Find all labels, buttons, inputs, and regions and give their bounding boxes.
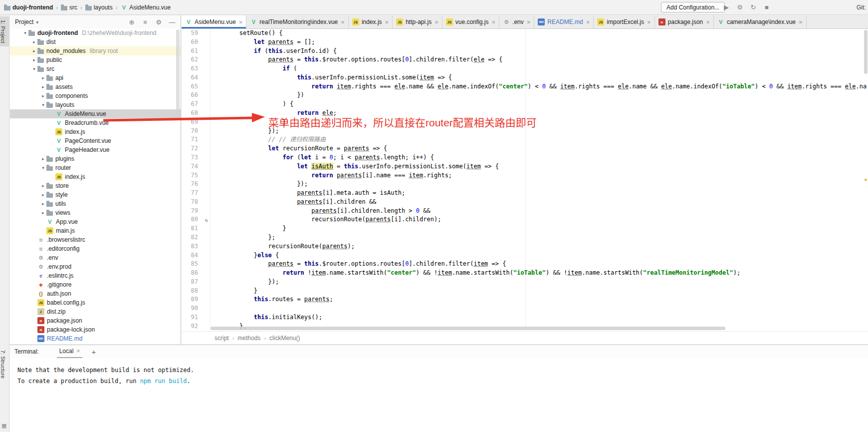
close-icon[interactable]: × xyxy=(491,18,495,26)
chevron-down-icon[interactable]: ▾ xyxy=(31,66,37,71)
refresh-icon[interactable]: ↻ xyxy=(749,3,758,11)
gutter-line-number[interactable]: 85 xyxy=(182,260,211,269)
chevron-right-icon[interactable]: ▸ xyxy=(40,93,46,98)
tree-item-app.vue[interactable]: VApp.vue xyxy=(10,217,181,226)
gutter-line-number[interactable]: 80↻ xyxy=(182,215,211,224)
tab-importexcel.js[interactable]: JSimportExcel.js× xyxy=(594,15,654,28)
gear-icon[interactable]: ⚙ xyxy=(154,18,163,26)
scrollbar-thumb[interactable] xyxy=(864,30,868,74)
tree-item-plugins[interactable]: ▸plugins xyxy=(10,154,181,163)
gutter-line-number[interactable]: 59 xyxy=(182,29,211,38)
add-configuration-button[interactable]: Add Configuration... xyxy=(661,2,725,12)
title-breadcrumb-item-src[interactable]: src xyxy=(61,4,77,11)
gutter-line-number[interactable]: 65 xyxy=(182,82,211,91)
tree-item-src[interactable]: ▾src xyxy=(10,64,181,73)
chevron-right-icon[interactable]: ▸ xyxy=(40,210,46,215)
tree-item-babel.config.js[interactable]: JSbabel.config.js xyxy=(10,298,181,307)
terminal-tab-local[interactable]: Local × xyxy=(57,345,83,358)
gutter-line-number[interactable]: 82 xyxy=(182,233,211,242)
tree-item-utils[interactable]: ▸utils xyxy=(10,199,181,208)
tree-item-dist.zip[interactable]: Zdist.zip xyxy=(10,307,181,316)
title-breadcrumb-item-duoji-frontend[interactable]: duoji-frontend xyxy=(4,4,53,11)
chevron-right-icon[interactable]: ▸ xyxy=(40,84,46,89)
tree-item-pagecontent.vue[interactable]: VPageContent.vue xyxy=(10,136,181,145)
chevron-right-icon[interactable]: ▸ xyxy=(31,57,37,62)
hide-panel-icon[interactable]: — xyxy=(168,18,177,26)
gutter-line-number[interactable]: 63 xyxy=(182,64,211,73)
gutter-line-number[interactable]: 79 xyxy=(182,207,211,216)
gutter-line-number[interactable]: 73 xyxy=(182,153,211,162)
tab-.env[interactable]: ⚙.env× xyxy=(499,15,534,28)
scrollbar-thumb[interactable] xyxy=(211,327,725,330)
gutter-line-number[interactable]: 72 xyxy=(182,144,211,153)
tree-item-style[interactable]: ▸style xyxy=(10,190,181,199)
gutter-line-number[interactable]: 69 xyxy=(182,118,211,127)
tree-item-asidemenu.vue[interactable]: VAsideMenu.vue xyxy=(10,109,181,118)
run-icon[interactable]: ▶ xyxy=(722,3,731,11)
close-icon[interactable]: × xyxy=(239,18,243,26)
stop-icon[interactable]: ■ xyxy=(762,3,771,11)
gutter-line-number[interactable]: 76 xyxy=(182,180,211,189)
code-editor[interactable]: 59 setRoute() {60 let parents = [];61 if… xyxy=(182,29,868,331)
tree-item-package-lock.json[interactable]: npackage-lock.json xyxy=(10,325,181,334)
tree-item-assets[interactable]: ▸assets xyxy=(10,82,181,91)
gutter-line-number[interactable]: 74 xyxy=(182,162,211,171)
gutter-line-number[interactable]: 84 xyxy=(182,251,211,260)
tree-item-.env.prod[interactable]: ⚙.env.prod xyxy=(10,262,181,271)
breadcrumb-item-script[interactable]: script xyxy=(215,335,229,342)
gutter-line-number[interactable]: 66 xyxy=(182,91,211,100)
gutter-line-number[interactable]: 88 xyxy=(182,287,211,296)
gutter-line-number[interactable]: 70 xyxy=(182,127,211,136)
tree-item-breadcrumb.vue[interactable]: VBreadcrumb.vue xyxy=(10,118,181,127)
tree-item-.eslintrc.js[interactable]: e.eslintrc.js xyxy=(10,271,181,280)
breadcrumb-item-clickmenu-[interactable]: clickMenu() xyxy=(269,335,300,342)
gutter-line-number[interactable]: 91 xyxy=(182,313,211,322)
git-branch-label[interactable]: Git: xyxy=(857,4,866,11)
chevron-down-icon[interactable]: ▾ xyxy=(22,30,28,35)
gutter-line-number[interactable]: 90 xyxy=(182,304,211,313)
close-icon[interactable]: × xyxy=(647,18,651,26)
chevron-right-icon[interactable]: ▸ xyxy=(40,183,46,188)
chevron-right-icon[interactable]: ▸ xyxy=(31,48,37,53)
vertical-scrollbar[interactable] xyxy=(864,30,868,325)
chevron-right-icon[interactable]: ▸ xyxy=(40,201,46,206)
settings-icon[interactable]: ⚙ xyxy=(735,3,744,11)
tree-item-components[interactable]: ▸components xyxy=(10,91,181,100)
close-icon[interactable]: × xyxy=(434,18,438,26)
tree-item-main.js[interactable]: JSmain.js xyxy=(10,226,181,235)
gutter-line-number[interactable]: 60 xyxy=(182,38,211,47)
title-breadcrumb-item-asidemenu.vue[interactable]: VAsideMenu.vue xyxy=(120,4,171,11)
chevron-right-icon[interactable]: ▸ xyxy=(40,75,46,80)
tree-item-dist[interactable]: ▸dist xyxy=(10,37,181,46)
tool-button-project[interactable]: 1: Project xyxy=(0,16,9,46)
tab-package.json[interactable]: npackage.json× xyxy=(655,15,714,28)
tab-readme.md[interactable]: MDREADME.md× xyxy=(534,15,594,28)
gutter-line-number[interactable]: 61 xyxy=(182,47,211,56)
tree-item-public[interactable]: ▸public xyxy=(10,55,181,64)
tool-button-structure[interactable]: 7: Structure xyxy=(0,347,9,382)
gutter-line-number[interactable]: 64 xyxy=(182,73,211,82)
close-icon[interactable]: × xyxy=(706,18,710,26)
title-breadcrumb-item-layouts[interactable]: layouts xyxy=(85,4,113,11)
gutter-line-number[interactable]: 75 xyxy=(182,171,211,180)
close-icon[interactable]: × xyxy=(799,18,803,26)
chevron-down-icon[interactable]: ▾ xyxy=(40,102,46,107)
gutter-line-number[interactable]: 83 xyxy=(182,242,211,251)
tab-realtimemonitoring-index.vue[interactable]: VrealTimeMonitoring\index.vue× xyxy=(246,15,349,28)
tree-item-.browserslistrc[interactable]: ≣.browserslistrc xyxy=(10,235,181,244)
tree-item-api[interactable]: ▸api xyxy=(10,73,181,82)
chevron-right-icon[interactable]: ▸ xyxy=(31,39,37,44)
close-icon[interactable]: × xyxy=(586,18,590,26)
terminal-output[interactable]: Note that the development build is not o… xyxy=(10,359,868,432)
tab-vue.config.js[interactable]: JSvue.config.js× xyxy=(442,15,499,28)
gutter-line-number[interactable]: 67 xyxy=(182,100,211,109)
breadcrumb-item-methods[interactable]: methods xyxy=(237,335,260,342)
tree-item-.env[interactable]: ⚙.env xyxy=(10,253,181,262)
tree-item-duoji-frontend[interactable]: ▾duoji-frontendD:\zheheWeb\duoji-fronten… xyxy=(10,28,181,37)
tab-http-api.js[interactable]: JShttp-api.js× xyxy=(393,15,442,28)
chevron-down-icon[interactable]: ▾ xyxy=(40,165,46,170)
tree-item-readme.md[interactable]: MDREADME.md xyxy=(10,334,181,343)
tree-item-auth.json[interactable]: {}auth.json xyxy=(10,289,181,298)
tree-item-.editorconfig[interactable]: ≣.editorconfig xyxy=(10,244,181,253)
gutter-line-number[interactable]: 81 xyxy=(182,224,211,233)
